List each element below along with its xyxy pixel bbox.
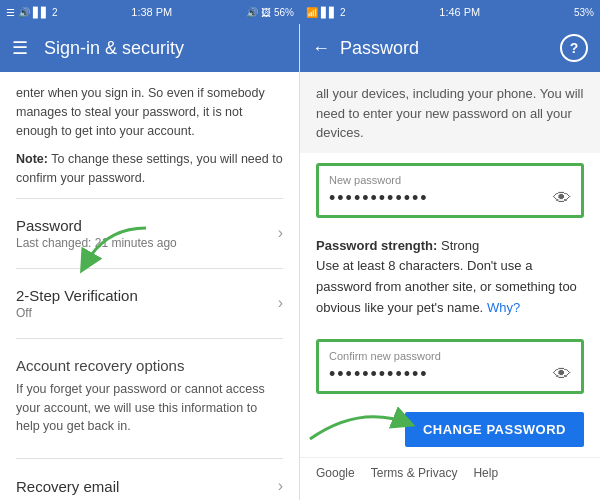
two-step-item-title: 2-Step Verification xyxy=(16,287,278,304)
new-password-eye-icon[interactable]: 👁 xyxy=(553,188,571,209)
left-header: ☰ Sign-in & security xyxy=(0,24,299,72)
footer-links: Google Terms & Privacy Help xyxy=(300,457,600,488)
password-item-title: Password xyxy=(16,217,278,234)
two-step-settings-item[interactable]: 2-Step Verification Off › xyxy=(16,273,283,334)
password-settings-item[interactable]: Password Last changed: 21 minutes ago › xyxy=(16,203,283,264)
wifi-icon: 📶 xyxy=(306,7,318,18)
confirm-password-dots: •••••••••••• xyxy=(329,364,553,385)
right-battery: 53% xyxy=(574,7,594,18)
right-network-badge: 2 xyxy=(340,7,346,18)
new-password-label: New password xyxy=(329,174,571,186)
right-panel: ← Password ? all your devices, including… xyxy=(300,24,600,500)
recovery-email-item[interactable]: Recovery email › xyxy=(16,463,283,500)
left-body: enter when you sign in. So even if someb… xyxy=(0,72,299,500)
volume-icon2: 🔊 xyxy=(246,7,258,18)
recovery-email-content: Recovery email xyxy=(16,478,278,495)
hamburger-icon[interactable]: ☰ xyxy=(12,37,28,59)
right-panel-title: Password xyxy=(340,38,419,59)
confirm-password-row: •••••••••••• 👁 xyxy=(329,364,571,385)
help-link[interactable]: Help xyxy=(473,466,498,480)
right-signal-icon: ▋▋ xyxy=(321,7,337,18)
change-password-button[interactable]: CHANGE PASSWORD xyxy=(405,412,584,447)
left-battery: 56% xyxy=(274,7,294,18)
why-link[interactable]: Why? xyxy=(487,300,520,315)
left-panel: ☰ Sign-in & security enter when you sign… xyxy=(0,24,300,500)
right-top-text: all your devices, including your phone. … xyxy=(300,72,600,153)
divider-1 xyxy=(16,198,283,199)
right-header-left: ← Password xyxy=(312,38,419,59)
divider-4 xyxy=(16,458,283,459)
right-left-icons: 📶 ▋▋ 2 xyxy=(306,7,346,18)
help-icon[interactable]: ? xyxy=(560,34,588,62)
menu-icon: ☰ xyxy=(6,7,15,18)
volume-icon: 🔊 xyxy=(18,7,30,18)
right-time: 1:46 PM xyxy=(439,6,480,18)
password-item-content: Password Last changed: 21 minutes ago xyxy=(16,217,278,250)
right-right-icons: 53% xyxy=(574,7,594,18)
left-body-text: enter when you sign in. So even if someb… xyxy=(16,84,283,140)
strength-label: Password strength: xyxy=(316,238,437,253)
recovery-desc: If you forget your password or cannot ac… xyxy=(16,380,283,446)
new-password-dots: •••••••••••• xyxy=(329,188,553,209)
two-step-chevron-icon: › xyxy=(278,294,283,312)
confirm-password-eye-icon[interactable]: 👁 xyxy=(553,364,571,385)
recovery-email-title: Recovery email xyxy=(16,478,278,495)
recovery-section: Account recovery options If you forget y… xyxy=(16,343,283,454)
two-step-item-subtitle: Off xyxy=(16,306,278,320)
left-time: 1:38 PM xyxy=(131,6,172,18)
confirm-password-label: Confirm new password xyxy=(329,350,571,362)
back-icon[interactable]: ← xyxy=(312,38,330,59)
right-header: ← Password ? xyxy=(300,24,600,72)
password-item-subtitle: Last changed: 21 minutes ago xyxy=(16,236,278,250)
left-panel-title: Sign-in & security xyxy=(44,38,184,59)
new-password-row: •••••••••••• 👁 xyxy=(329,188,571,209)
divider-3 xyxy=(16,338,283,339)
left-status-icons: ☰ 🔊 ▋▋ 2 xyxy=(6,7,58,18)
left-network-badge: 2 xyxy=(52,7,58,18)
new-password-field[interactable]: New password •••••••••••• 👁 xyxy=(316,163,584,218)
divider-2 xyxy=(16,268,283,269)
confirm-password-field[interactable]: Confirm new password •••••••••••• 👁 xyxy=(316,339,584,394)
right-body: all your devices, including your phone. … xyxy=(300,72,600,500)
google-link[interactable]: Google xyxy=(316,466,355,480)
strength-text: Password strength: Strong xyxy=(316,236,584,257)
strength-desc: Use at least 8 characters. Don't use a p… xyxy=(316,256,584,318)
right-status-bar: 📶 ▋▋ 2 1:46 PM 53% xyxy=(300,0,600,24)
left-status-bar: ☰ 🔊 ▋▋ 2 1:38 PM 🔊 🖼 56% xyxy=(0,0,300,24)
terms-privacy-link[interactable]: Terms & Privacy xyxy=(371,466,458,480)
change-btn-arrow-annotation xyxy=(300,394,420,444)
strength-value: Strong xyxy=(441,238,479,253)
strength-section: Password strength: Strong Use at least 8… xyxy=(300,228,600,329)
password-chevron-icon: › xyxy=(278,224,283,242)
note-bold: Note: xyxy=(16,152,48,166)
left-signal-icon: ▋▋ xyxy=(33,7,49,18)
left-note: Note: To change these settings, you will… xyxy=(16,150,283,188)
status-bars: ☰ 🔊 ▋▋ 2 1:38 PM 🔊 🖼 56% 📶 ▋▋ 2 1:46 PM … xyxy=(0,0,600,24)
note-content: To change these settings, you will need … xyxy=(16,152,283,185)
main-content: ☰ Sign-in & security enter when you sign… xyxy=(0,24,600,500)
left-right-icons: 🔊 🖼 56% xyxy=(246,7,294,18)
recovery-email-chevron-icon: › xyxy=(278,477,283,495)
change-btn-row: CHANGE PASSWORD xyxy=(300,404,600,457)
two-step-item-content: 2-Step Verification Off xyxy=(16,287,278,320)
image-icon: 🖼 xyxy=(261,7,271,18)
recovery-title: Account recovery options xyxy=(16,343,283,380)
